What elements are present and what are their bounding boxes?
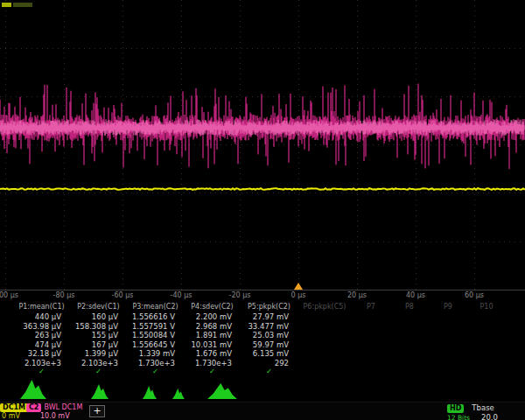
measure-status-check: ✓ xyxy=(241,368,298,375)
time-axis-label: 60 µs xyxy=(465,291,484,299)
measure-status-check xyxy=(352,368,390,375)
trigger-time-marker[interactable] xyxy=(294,283,303,290)
measure-value-cell xyxy=(467,331,506,340)
measure-value-cell: 2.968 mV xyxy=(184,322,241,332)
measure-value-cell: 1.676 mV xyxy=(184,349,241,359)
measure-value-cell: 1.550084 V xyxy=(127,331,184,340)
measure-value-cell xyxy=(390,349,429,359)
measure-header-3[interactable]: P3:mean(C2) xyxy=(127,302,184,312)
measure-value-cell xyxy=(298,340,352,350)
measure-value-cell: 25.03 mV xyxy=(241,331,298,340)
c2-trace[interactable] xyxy=(0,84,524,170)
measure-value-cell xyxy=(298,349,352,359)
measure-value-cell: 155 µV xyxy=(70,331,127,340)
measure-header-4[interactable]: P4:sdev(C2) xyxy=(184,302,241,312)
measure-value-cell xyxy=(429,340,467,350)
histicon[interactable] xyxy=(91,384,108,399)
measure-value-cell xyxy=(298,359,352,368)
time-axis-label: 20 µs xyxy=(347,291,367,299)
time-axis-label: -20 µs xyxy=(229,291,251,299)
measure-status-check: ✓ xyxy=(13,368,70,375)
measure-value-cell: 1.556645 V xyxy=(127,340,184,350)
histicon[interactable] xyxy=(20,380,46,399)
measure-value-cell: 263 µV xyxy=(13,331,70,340)
measure-value-cell xyxy=(429,331,467,340)
measure-status-check xyxy=(467,368,506,375)
measure-value-cell xyxy=(429,359,467,368)
measure-value-cell xyxy=(352,359,390,368)
measure-header-8[interactable]: P8 xyxy=(390,302,429,312)
measure-table-header-row: P1:mean(C1)P2:sdev(C1)P3:mean(C2)P4:sdev… xyxy=(0,302,525,312)
measure-value-cell xyxy=(298,322,352,332)
measure-value-cell: 1.556616 V xyxy=(127,312,184,322)
measure-header-5[interactable]: P5:pkpk(C2) xyxy=(241,302,298,312)
measure-value-cell: 2.103e+3 xyxy=(13,359,70,368)
measure-header-7[interactable]: P7 xyxy=(352,302,390,312)
measure-status-check xyxy=(429,368,467,375)
measure-header-6[interactable]: P6:pkpk(C5) xyxy=(298,302,352,312)
indicator-block xyxy=(13,3,32,7)
measure-value-cell: 1.557591 V xyxy=(127,322,184,332)
timebase-descriptor[interactable]: HDTbase 12 Bits20.0 xyxy=(447,403,525,420)
hd-mode-badge: HD xyxy=(447,404,464,413)
graticule xyxy=(0,0,525,290)
measure-value-cell xyxy=(467,312,506,322)
indicator-block xyxy=(2,3,11,7)
histicon[interactable] xyxy=(172,388,185,399)
measure-value-cell: 1.730e+3 xyxy=(127,359,184,368)
c2-descriptor[interactable]: C2BWL DC1M 10.0 mV xyxy=(26,403,82,420)
measure-value-cell xyxy=(390,331,429,340)
measure-value-cell xyxy=(352,331,390,340)
measure-table-row: 32.18 µV1.399 µV1.339 mV1.676 mV6.135 mV xyxy=(0,349,525,359)
measure-value-cell xyxy=(298,331,352,340)
measure-value-cell: 27.97 mV xyxy=(241,312,298,322)
measure-header-1[interactable]: P1:mean(C1) xyxy=(13,302,70,312)
c1-trace[interactable] xyxy=(0,188,525,190)
measure-header-2[interactable]: P2:sdev(C1) xyxy=(70,302,127,312)
measure-value-cell: 1.399 µV xyxy=(70,349,127,359)
measure-status-check: ✓ xyxy=(70,368,127,375)
c2-coupling-label: BWL DC1M xyxy=(41,403,82,411)
cursor-position-button[interactable]: + xyxy=(89,405,105,417)
time-axis-label: 40 µs xyxy=(406,291,425,299)
c1-descriptor[interactable]: DC1M 0 mV xyxy=(0,403,28,420)
top-left-indicator xyxy=(2,3,34,8)
measure-value-cell xyxy=(390,340,429,350)
measure-value-cell xyxy=(467,340,506,350)
measure-value-cell xyxy=(467,359,506,368)
measure-value-cell: 10.031 mV xyxy=(184,340,241,350)
measure-value-cell: 158.308 µV xyxy=(70,322,127,332)
measure-value-cell: 32.18 µV xyxy=(13,349,70,359)
time-axis-label: 0 µs xyxy=(291,291,306,299)
measure-header-10[interactable]: P10 xyxy=(467,302,506,312)
histicon[interactable] xyxy=(207,383,237,399)
time-axis: -100 µs-80 µs-60 µs-40 µs-20 µs0 µs20 µs… xyxy=(0,290,525,302)
measure-value-cell: 1.730e+3 xyxy=(184,359,241,368)
c2-channel-badge: C2 xyxy=(26,403,41,412)
measure-value-cell xyxy=(390,359,429,368)
timebase-scale-value: 20.0 xyxy=(481,413,498,420)
measure-value-cell: 160 µV xyxy=(70,312,127,322)
measure-status-check: ✓ xyxy=(127,368,184,375)
histicon-svg xyxy=(0,377,525,401)
measure-status-row: ✓✓✓✓✓ xyxy=(0,368,525,375)
status-bar: DC1M 0 mV C2BWL DC1M 10.0 mV + HDTbase 1… xyxy=(0,402,525,420)
bit-resolution-label: 12 Bits xyxy=(447,414,470,420)
time-axis-label: -80 µs xyxy=(53,291,75,299)
measure-value-cell xyxy=(467,349,506,359)
measure-value-cell: 474 µV xyxy=(13,340,70,350)
measure-value-cell: 2.200 mV xyxy=(184,312,241,322)
measure-value-cell xyxy=(352,322,390,332)
measure-value-cell xyxy=(429,322,467,332)
measure-value-cell: 292 xyxy=(241,359,298,368)
measure-status-check: ✓ xyxy=(184,368,241,375)
c2-scale-value: 10.0 mV xyxy=(26,412,82,420)
histicon[interactable] xyxy=(143,386,157,399)
measure-table: P1:mean(C1)P2:sdev(C1)P3:mean(C2)P4:sdev… xyxy=(0,302,525,375)
waveform-display[interactable] xyxy=(0,0,525,290)
measure-table-row: 440 µV160 µV1.556616 V2.200 mV27.97 mV xyxy=(0,312,525,322)
measure-status-check xyxy=(298,368,352,375)
time-axis-label: -40 µs xyxy=(171,291,192,299)
measure-value-cell: 167 µV xyxy=(70,340,127,350)
measure-header-9[interactable]: P9 xyxy=(429,302,467,312)
